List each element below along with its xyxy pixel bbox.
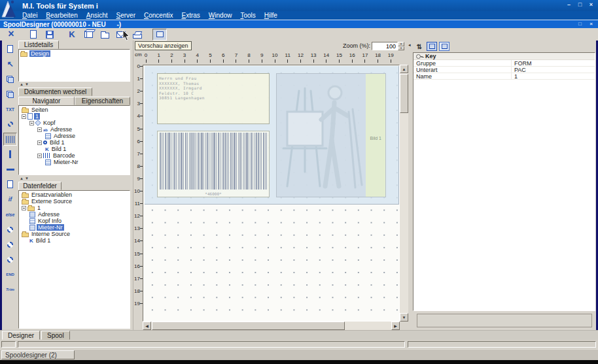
tree-item-adresse[interactable]: Adresse (19, 133, 130, 139)
spinner-down-icon[interactable] (398, 46, 404, 51)
palette-function-3-button[interactable] (3, 253, 17, 266)
scroll-left-icon[interactable] (143, 322, 151, 330)
print-button[interactable] (130, 29, 145, 40)
tree-item-bild-1[interactable]: Bild 1 (19, 139, 130, 146)
scroll-right-icon[interactable] (391, 322, 400, 330)
palette-vertical-line-button[interactable] (3, 148, 17, 161)
close-icon[interactable]: × (588, 1, 595, 8)
taskbar-window-button[interactable]: Spooldesigner (2) (1, 350, 75, 359)
tree-item-1[interactable]: 1 (19, 205, 130, 211)
bottom-tab-spool[interactable]: Spool (41, 331, 70, 340)
menu-item-concentix[interactable]: Concentix (144, 12, 173, 19)
design-viewport[interactable]: Herrn und FrauXXXXXXX, ThomasXXXXXXX, Ir… (143, 65, 400, 322)
palette-if-condition-button[interactable]: if (3, 193, 17, 206)
view-toggle-table-button[interactable] (439, 42, 449, 51)
tree-item-barcode[interactable]: Barcode (19, 152, 130, 159)
tree-item-interne-source[interactable]: Interne Source (19, 231, 130, 237)
menu-item-ansicht[interactable]: Ansicht (86, 12, 108, 19)
list-item-design[interactable]: Design (19, 50, 130, 58)
new-document-button[interactable] (26, 29, 41, 40)
property-row-name[interactable]: Name1 (413, 73, 595, 80)
menu-item-bearbeiten[interactable]: Bearbeiten (46, 12, 77, 19)
menu-item-hilfe[interactable]: Hilfe (264, 12, 277, 19)
property-row-unterart[interactable]: UnterartPAC (413, 67, 595, 73)
tree-item-adresse[interactable]: Adresse (19, 126, 130, 133)
image-block[interactable]: Bild 1 (276, 73, 386, 197)
tree-item-mieter-nr[interactable]: Mieter-Nr (19, 224, 130, 231)
tab-datenfelder[interactable]: Datenfelder (18, 182, 62, 190)
menu-item-window[interactable]: Window (209, 12, 232, 19)
property-value[interactable]: FORM (512, 60, 595, 66)
palette-else-condition-button[interactable]: else (3, 208, 17, 221)
palette-new-page-button[interactable] (3, 42, 17, 56)
menu-item-datei[interactable]: Datei (22, 12, 37, 19)
preview-toggle-button[interactable]: Vorschau anzeigen (135, 41, 192, 50)
palette-function-2-button[interactable] (3, 238, 17, 251)
save-button[interactable] (43, 29, 57, 40)
palette-function-1-button[interactable] (3, 223, 17, 236)
zoom-input[interactable] (372, 42, 398, 50)
restore-icon[interactable]: □ (576, 1, 584, 8)
tree-item-kopf-info[interactable]: Kopf Info (19, 218, 130, 224)
tree-item-mieter-nr[interactable]: Mieter-Nr (19, 159, 130, 165)
tree-item-seiten[interactable]: Seiten (19, 107, 130, 113)
palette-end-block-button[interactable]: END (3, 268, 17, 281)
palette-cursor-button[interactable] (3, 58, 17, 71)
palette-horizontal-line-button[interactable] (3, 163, 17, 176)
view-toggle-categories-button[interactable] (427, 42, 437, 51)
document-titlebar[interactable]: SpoolDesigner (000000010 - NEU -) □ × (0, 20, 598, 28)
preview-pointer-button[interactable] (152, 29, 167, 41)
tree-expander-icon[interactable] (22, 206, 26, 210)
tree-expander-icon[interactable] (37, 154, 42, 158)
palette-copy-insert-button[interactable] (3, 88, 17, 101)
book-button[interactable] (81, 29, 96, 40)
tree-expander-icon[interactable] (37, 141, 42, 145)
doc-close-icon[interactable]: × (588, 21, 595, 27)
tab-eigenschaften[interactable]: Eigenschaften (75, 97, 130, 105)
tab-listdetails[interactable]: Listdetails (18, 41, 59, 49)
tree-item-ersatzvariablen[interactable]: Ersatzvariablen (19, 191, 130, 198)
menu-item-extras[interactable]: Extras (181, 12, 200, 19)
palette-image-element-button[interactable] (3, 118, 17, 131)
palette-trim-block-button[interactable]: Trim (3, 283, 17, 296)
scroll-down-icon[interactable] (400, 313, 408, 322)
tree-item-kopf[interactable]: Kopf (19, 120, 130, 126)
tree-item-externe-source[interactable]: Externe Source (19, 198, 130, 205)
property-value[interactable]: PAC (512, 67, 595, 73)
zoom-spinner[interactable] (398, 42, 404, 50)
bottom-tab-designer[interactable]: Designer (2, 331, 40, 340)
tree-item-1[interactable]: 1 (19, 113, 130, 120)
constant-button[interactable] (65, 29, 79, 40)
palette-barcode-element-button[interactable] (3, 133, 17, 146)
vertical-scrollbar[interactable] (400, 65, 408, 322)
tab-navigator[interactable]: Navigator (18, 97, 75, 105)
doc-restore-icon[interactable]: □ (576, 21, 584, 27)
property-value[interactable]: 1 (512, 73, 595, 79)
property-row-gruppe[interactable]: GruppeFORM (413, 60, 595, 67)
menu-item-server[interactable]: Server (116, 12, 135, 19)
scroll-up-icon[interactable] (400, 65, 408, 73)
address-text-block[interactable]: Herrn und FrauXXXXXXX, ThomasXXXXXXX, Ir… (157, 73, 270, 124)
vertical-scroll-thumb[interactable] (400, 74, 408, 113)
palette-text-element-button[interactable]: TXT (3, 103, 17, 116)
close-document-button[interactable] (4, 29, 18, 40)
tree-item-bild-1[interactable]: Bild 1 (19, 237, 130, 244)
tree-expander-icon[interactable] (37, 127, 42, 132)
barcode-block[interactable]: *46000* (157, 131, 270, 197)
palette-sub-page-button[interactable] (3, 178, 17, 191)
property-category[interactable]: Key (413, 53, 595, 60)
splitter-arrows[interactable] (20, 82, 30, 87)
tree-item-adresse[interactable]: Adresse (19, 211, 130, 218)
open-folder-button[interactable] (97, 29, 112, 40)
document-switch-button[interactable]: Dokumenten wechsel (18, 88, 92, 96)
splitter-arrows[interactable] (20, 176, 30, 181)
sort-icon[interactable] (414, 42, 425, 51)
tree-item-bild-1[interactable]: Bild 1 (19, 146, 130, 152)
horizontal-scroll-thumb[interactable] (152, 322, 345, 330)
tree-expander-icon[interactable] (22, 114, 26, 119)
tree-expander-icon[interactable] (29, 121, 34, 125)
menu-item-tools[interactable]: Tools (240, 12, 255, 19)
palette-copy-button[interactable] (3, 73, 17, 86)
minimize-icon[interactable]: – (565, 1, 572, 8)
page-area[interactable]: Herrn und FrauXXXXXXX, ThomasXXXXXXX, Ir… (145, 66, 399, 205)
